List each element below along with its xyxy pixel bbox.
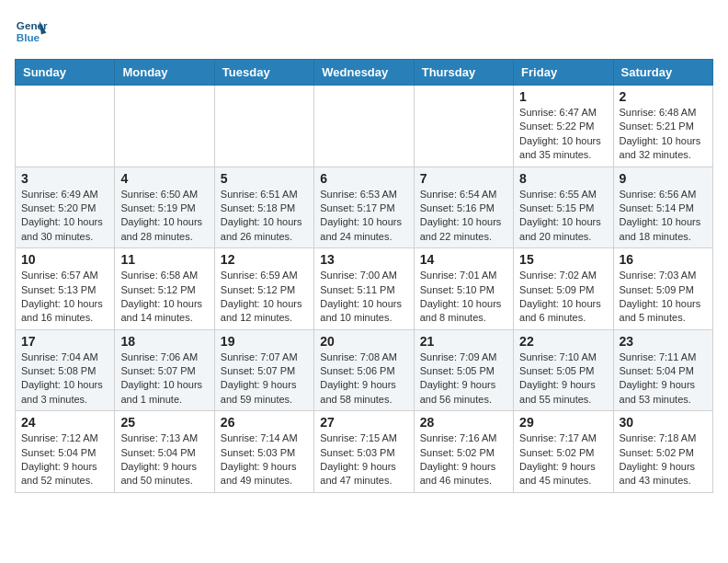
calendar-cell	[115, 86, 214, 167]
calendar-week-4: 17Sunrise: 7:04 AM Sunset: 5:08 PM Dayli…	[16, 329, 713, 411]
day-number: 7	[420, 171, 507, 186]
day-info: Sunrise: 7:16 AM Sunset: 5:02 PM Dayligh…	[420, 431, 507, 488]
calendar-cell: 9Sunrise: 6:56 AM Sunset: 5:14 PM Daylig…	[613, 167, 712, 248]
day-number: 20	[320, 334, 407, 349]
weekday-header-monday: Monday	[115, 60, 214, 86]
day-number: 13	[320, 252, 407, 267]
weekday-header-wednesday: Wednesday	[314, 60, 414, 86]
weekday-header-thursday: Thursday	[414, 60, 513, 86]
day-number: 9	[620, 171, 707, 186]
calendar-cell: 29Sunrise: 7:17 AM Sunset: 5:02 PM Dayli…	[514, 411, 613, 493]
svg-text:Blue: Blue	[17, 31, 40, 43]
calendar-cell: 20Sunrise: 7:08 AM Sunset: 5:06 PM Dayli…	[314, 329, 414, 411]
day-info: Sunrise: 6:47 AM Sunset: 5:22 PM Dayligh…	[519, 106, 607, 163]
weekday-header-sunday: Sunday	[16, 60, 115, 86]
weekday-header-row: SundayMondayTuesdayWednesdayThursdayFrid…	[16, 60, 713, 86]
calendar-cell: 23Sunrise: 7:11 AM Sunset: 5:04 PM Dayli…	[613, 329, 712, 411]
calendar-cell: 10Sunrise: 6:57 AM Sunset: 5:13 PM Dayli…	[16, 248, 115, 330]
day-info: Sunrise: 6:59 AM Sunset: 5:12 PM Dayligh…	[221, 269, 308, 326]
calendar-cell	[314, 86, 414, 167]
day-number: 16	[620, 252, 707, 267]
calendar-cell: 13Sunrise: 7:00 AM Sunset: 5:11 PM Dayli…	[314, 248, 414, 330]
calendar-cell: 27Sunrise: 7:15 AM Sunset: 5:03 PM Dayli…	[314, 411, 414, 493]
day-number: 29	[519, 415, 607, 430]
weekday-header-friday: Friday	[514, 60, 613, 86]
day-info: Sunrise: 6:50 AM Sunset: 5:19 PM Dayligh…	[120, 188, 208, 245]
day-info: Sunrise: 6:48 AM Sunset: 5:21 PM Dayligh…	[620, 106, 707, 163]
day-info: Sunrise: 6:58 AM Sunset: 5:12 PM Dayligh…	[120, 269, 208, 326]
day-number: 30	[620, 415, 707, 430]
calendar-cell: 5Sunrise: 6:51 AM Sunset: 5:18 PM Daylig…	[214, 167, 313, 248]
calendar-week-5: 24Sunrise: 7:12 AM Sunset: 5:04 PM Dayli…	[16, 411, 713, 493]
calendar-cell: 24Sunrise: 7:12 AM Sunset: 5:04 PM Dayli…	[16, 411, 115, 493]
calendar-cell: 21Sunrise: 7:09 AM Sunset: 5:05 PM Dayli…	[414, 329, 513, 411]
calendar-cell: 16Sunrise: 7:03 AM Sunset: 5:09 PM Dayli…	[613, 248, 712, 330]
day-number: 2	[620, 89, 707, 104]
calendar-cell: 25Sunrise: 7:13 AM Sunset: 5:04 PM Dayli…	[115, 411, 214, 493]
day-number: 5	[221, 171, 308, 186]
day-number: 10	[21, 252, 108, 267]
day-number: 28	[420, 415, 507, 430]
day-number: 12	[221, 252, 308, 267]
calendar-cell	[16, 86, 115, 167]
day-info: Sunrise: 7:08 AM Sunset: 5:06 PM Dayligh…	[320, 350, 407, 408]
day-number: 27	[320, 415, 407, 430]
day-info: Sunrise: 6:51 AM Sunset: 5:18 PM Dayligh…	[221, 188, 308, 245]
day-info: Sunrise: 7:17 AM Sunset: 5:02 PM Dayligh…	[519, 431, 607, 488]
day-number: 11	[120, 252, 208, 267]
day-number: 21	[420, 334, 507, 349]
day-number: 22	[519, 334, 607, 349]
day-number: 19	[221, 334, 308, 349]
day-info: Sunrise: 7:13 AM Sunset: 5:04 PM Dayligh…	[120, 431, 208, 488]
calendar-cell	[214, 86, 313, 167]
calendar-cell: 3Sunrise: 6:49 AM Sunset: 5:20 PM Daylig…	[16, 167, 115, 248]
calendar-cell: 7Sunrise: 6:54 AM Sunset: 5:16 PM Daylig…	[414, 167, 513, 248]
weekday-header-tuesday: Tuesday	[214, 60, 313, 86]
day-info: Sunrise: 7:07 AM Sunset: 5:07 PM Dayligh…	[221, 350, 308, 408]
day-number: 25	[120, 415, 208, 430]
day-info: Sunrise: 7:00 AM Sunset: 5:11 PM Dayligh…	[320, 269, 407, 326]
day-number: 18	[120, 334, 208, 349]
calendar-week-2: 3Sunrise: 6:49 AM Sunset: 5:20 PM Daylig…	[16, 167, 713, 248]
calendar-cell: 8Sunrise: 6:55 AM Sunset: 5:15 PM Daylig…	[514, 167, 613, 248]
day-info: Sunrise: 7:18 AM Sunset: 5:02 PM Dayligh…	[620, 431, 707, 488]
day-info: Sunrise: 7:10 AM Sunset: 5:05 PM Dayligh…	[519, 350, 607, 408]
day-number: 3	[21, 171, 108, 186]
calendar-cell: 30Sunrise: 7:18 AM Sunset: 5:02 PM Dayli…	[613, 411, 712, 493]
calendar-cell: 2Sunrise: 6:48 AM Sunset: 5:21 PM Daylig…	[613, 86, 712, 167]
day-info: Sunrise: 7:15 AM Sunset: 5:03 PM Dayligh…	[320, 431, 407, 488]
calendar-week-1: 1Sunrise: 6:47 AM Sunset: 5:22 PM Daylig…	[16, 86, 713, 167]
day-info: Sunrise: 7:09 AM Sunset: 5:05 PM Dayligh…	[420, 350, 507, 408]
day-number: 24	[21, 415, 108, 430]
calendar-cell: 17Sunrise: 7:04 AM Sunset: 5:08 PM Dayli…	[16, 329, 115, 411]
day-info: Sunrise: 7:11 AM Sunset: 5:04 PM Dayligh…	[620, 350, 707, 408]
calendar-cell: 4Sunrise: 6:50 AM Sunset: 5:19 PM Daylig…	[115, 167, 214, 248]
day-number: 6	[320, 171, 407, 186]
weekday-header-saturday: Saturday	[613, 60, 712, 86]
day-number: 1	[519, 89, 607, 104]
calendar-table: SundayMondayTuesdayWednesdayThursdayFrid…	[15, 59, 713, 493]
day-number: 23	[620, 334, 707, 349]
calendar-cell	[414, 86, 513, 167]
logo-icon: General Blue	[15, 15, 48, 48]
day-info: Sunrise: 6:56 AM Sunset: 5:14 PM Dayligh…	[620, 188, 707, 245]
page-header: General Blue	[15, 15, 713, 48]
day-info: Sunrise: 7:06 AM Sunset: 5:07 PM Dayligh…	[120, 350, 208, 408]
day-info: Sunrise: 7:14 AM Sunset: 5:03 PM Dayligh…	[221, 431, 308, 488]
day-number: 4	[120, 171, 208, 186]
day-info: Sunrise: 6:49 AM Sunset: 5:20 PM Dayligh…	[21, 188, 108, 245]
day-info: Sunrise: 6:57 AM Sunset: 5:13 PM Dayligh…	[21, 269, 108, 326]
day-info: Sunrise: 6:53 AM Sunset: 5:17 PM Dayligh…	[320, 188, 407, 245]
calendar-cell: 18Sunrise: 7:06 AM Sunset: 5:07 PM Dayli…	[115, 329, 214, 411]
day-info: Sunrise: 7:04 AM Sunset: 5:08 PM Dayligh…	[21, 350, 108, 408]
day-info: Sunrise: 7:01 AM Sunset: 5:10 PM Dayligh…	[420, 269, 507, 326]
day-number: 17	[21, 334, 108, 349]
day-number: 8	[519, 171, 607, 186]
calendar-cell: 19Sunrise: 7:07 AM Sunset: 5:07 PM Dayli…	[214, 329, 313, 411]
day-info: Sunrise: 7:02 AM Sunset: 5:09 PM Dayligh…	[519, 269, 607, 326]
calendar-cell: 22Sunrise: 7:10 AM Sunset: 5:05 PM Dayli…	[514, 329, 613, 411]
day-info: Sunrise: 7:12 AM Sunset: 5:04 PM Dayligh…	[21, 431, 108, 488]
calendar-cell: 28Sunrise: 7:16 AM Sunset: 5:02 PM Dayli…	[414, 411, 513, 493]
calendar-cell: 11Sunrise: 6:58 AM Sunset: 5:12 PM Dayli…	[115, 248, 214, 330]
day-number: 15	[519, 252, 607, 267]
